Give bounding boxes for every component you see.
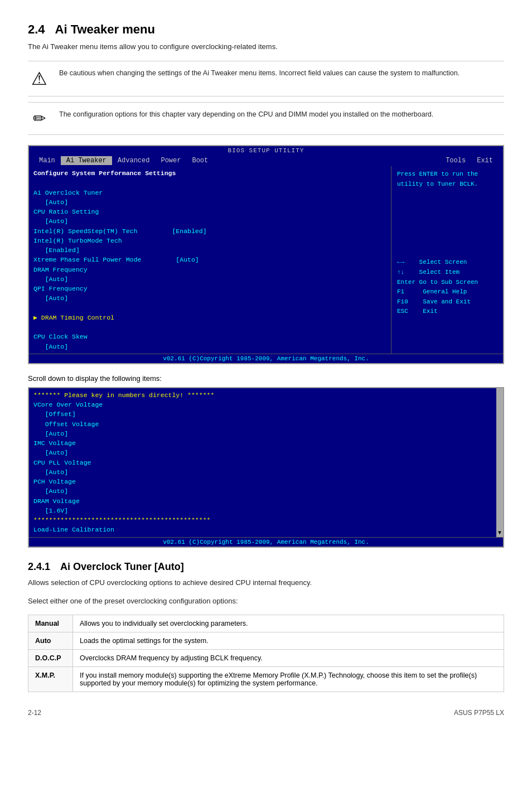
option-name: Auto	[28, 632, 73, 649]
bios2-load-line: Load-Line Calibration	[29, 525, 496, 534]
bios-help-nav1: ←→ Select Screen	[397, 258, 497, 268]
bios-help-nav4: F1 General Help	[397, 287, 497, 297]
bios-xtreme: Xtreme Phase Full Power Mode [Auto]	[33, 255, 386, 264]
bios-help-blank2	[397, 199, 497, 209]
bios2-notice: ******* Please key in numbers directly! …	[29, 390, 496, 400]
bios2-offset: Offset Voltage	[29, 419, 496, 429]
bios-dram-timing: ▶ DRAM Timing Control	[33, 313, 386, 322]
bios-cpu-clock-val: [Auto]	[33, 342, 386, 351]
note-icon: ✏	[28, 109, 50, 128]
bios-help-blank6	[397, 238, 497, 248]
section-number: 2.4	[28, 22, 45, 37]
bios-config-title: Configure System Performance Settings	[33, 168, 386, 178]
option-name: D.O.C.P	[28, 649, 73, 666]
bios-line-blank1	[33, 178, 386, 187]
options-table-row: X.M.P.If you install memory module(s) su…	[28, 666, 504, 692]
bios2-dram: DRAM Voltage	[29, 496, 496, 506]
bios2-pch-val: [Auto]	[29, 486, 496, 496]
bios2-imc: IMC Voltage	[29, 438, 496, 448]
bios-help-nav6: ESC Exit	[397, 307, 497, 317]
bios-turbomode: Intel(R) TurboMode Tech	[33, 236, 386, 245]
subsection-intro1: Allows selection of CPU overclocking opt…	[28, 577, 504, 588]
bios-menu-boot[interactable]: Boot	[186, 156, 214, 165]
bios-header: BIOS SETUP UTILITY	[29, 146, 503, 155]
bios-menu-tools[interactable]: Tools	[440, 156, 471, 165]
bios-qpi: QPI Frenquency	[33, 284, 386, 293]
footer-page-number: 2-12	[28, 709, 41, 717]
warning-icon: ⚠	[28, 68, 50, 89]
bios-menu-main[interactable]: Main	[33, 156, 61, 165]
bios-menu-exit[interactable]: Exit	[471, 156, 499, 165]
bios-menu-ai-tweaker[interactable]: Ai Tweaker	[61, 156, 112, 165]
bios2-pch: PCH Voltage	[29, 477, 496, 486]
bios-right-panel: Press ENTER to run the utility to Tuner …	[391, 166, 503, 354]
bios-help-nav5: F10 Save and Exit	[397, 297, 497, 307]
bios-help-blank3	[397, 209, 497, 219]
bios-blank3	[33, 322, 386, 332]
subsection-intro2: Select either one of the preset overcloc…	[28, 596, 504, 607]
bios-screen-2: ******* Please key in numbers directly! …	[28, 387, 504, 548]
bios-cpu-ratio: CPU Ratio Setting	[33, 207, 386, 216]
bios-cpu-clock: CPU Clock Skew	[33, 332, 386, 341]
warning-box: ⚠ Be cautious when changing the settings…	[28, 61, 504, 96]
bios2-dram-val: [1.6V]	[29, 506, 496, 515]
bios-blank2	[33, 303, 386, 313]
options-table: ManualAllows you to individually set ove…	[28, 615, 504, 692]
bios-help-blank4	[397, 219, 497, 229]
bios-help-nav2: ↑↓ Select Item	[397, 268, 497, 278]
bios-help-blank7	[397, 248, 497, 258]
option-description: Overclocks DRAM frequency by adjusting B…	[73, 649, 504, 666]
bios2-footer: v02.61 (C)Copyright 1985-2009, American …	[29, 537, 503, 547]
page-intro: The Ai Tweaker menu items allow you to c…	[28, 42, 504, 51]
page-footer: 2-12 ASUS P7P55 LX	[28, 709, 504, 717]
option-description: Loads the optimal settings for the syste…	[73, 632, 504, 649]
bios-dram-freq: DRAM Frequency	[33, 265, 386, 274]
footer-product-name: ASUS P7P55 LX	[454, 709, 504, 717]
bios2-left: ******* Please key in numbers directly! …	[29, 388, 496, 537]
bios-help-line1: Press ENTER to run the	[397, 170, 497, 180]
bios2-vcore: VCore Over Voltage	[29, 400, 496, 409]
bios2-imc-val: [Auto]	[29, 448, 496, 457]
subsection-number: 2.4.1	[28, 561, 50, 573]
option-name: X.M.P.	[28, 666, 73, 692]
bios-body: Configure System Performance Settings Ai…	[29, 166, 503, 354]
option-name: Manual	[28, 615, 73, 632]
bios-help-nav3: Enter Go to Sub Screen	[397, 278, 497, 288]
bios-ai-overclock-val: [Auto]	[33, 197, 386, 207]
bios2-scrollbar: ▼	[496, 388, 503, 537]
option-description: Allows you to individually set overclock…	[73, 615, 504, 632]
warning-text: Be cautious when changing the settings o…	[59, 68, 460, 79]
options-table-row: D.O.C.POverclocks DRAM frequency by adju…	[28, 649, 504, 666]
page-title: Ai Tweaker menu	[55, 22, 155, 37]
bios2-cpu-pll-val: [Auto]	[29, 467, 496, 477]
bios-menu-power[interactable]: Power	[155, 156, 186, 165]
note-text: The configuration options for this chapt…	[59, 109, 433, 120]
options-table-row: ManualAllows you to individually set ove…	[28, 615, 504, 632]
scroll-text: Scroll down to display the following ite…	[28, 374, 504, 383]
bios-screen-1: BIOS SETUP UTILITY Main Ai Tweaker Advan…	[28, 145, 504, 364]
bios-help-line2: utility to Tuner BCLK.	[397, 180, 497, 190]
bios1-footer: v02.61 (C)Copyright 1985-2009, American …	[29, 354, 503, 363]
bios-help-blank1	[397, 189, 497, 199]
subsection-title: Ai Overclock Tuner [Auto]	[60, 561, 184, 573]
bios2-separator: ****************************************…	[29, 515, 496, 525]
bios-dram-freq-val: [Auto]	[33, 274, 386, 284]
bios-qpi-val: [Auto]	[33, 293, 386, 303]
bios-speedstep: Intel(R) SpeedStep(TM) Tech [Enabled]	[33, 226, 386, 236]
bios-left-panel: Configure System Performance Settings Ai…	[29, 166, 391, 354]
bios2-cpu-pll: CPU PLL Voltage	[29, 458, 496, 467]
bios-menu-advanced[interactable]: Advanced	[112, 156, 156, 165]
bios2-offset-val: [Auto]	[29, 429, 496, 438]
bios-turbomode-val: [Enabled]	[33, 245, 386, 255]
bios-help-blank5	[397, 229, 497, 239]
options-table-row: AutoLoads the optimal settings for the s…	[28, 632, 504, 649]
bios-ai-overclock: Ai Overclock Tuner	[33, 188, 386, 197]
bios2-vcore-val: [Offset]	[29, 409, 496, 419]
option-description: If you install memory module(s) supporti…	[73, 666, 504, 692]
bios-cpu-ratio-val: [Auto]	[33, 216, 386, 226]
note-box: ✏ The configuration options for this cha…	[28, 102, 504, 135]
bios-menu-bar: Main Ai Tweaker Advanced Power Boot Tool…	[29, 155, 503, 166]
